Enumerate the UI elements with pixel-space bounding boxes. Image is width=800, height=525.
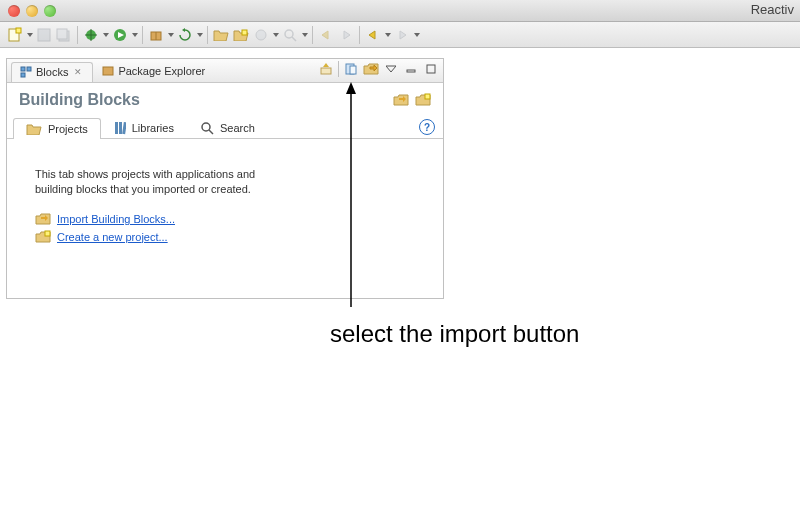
- svg-marker-33: [386, 66, 396, 72]
- svg-rect-1: [16, 28, 21, 33]
- search-dropdown[interactable]: [301, 26, 308, 44]
- svg-line-18: [292, 37, 296, 41]
- minimize-window-button[interactable]: [26, 5, 38, 17]
- open-type-button: [252, 26, 270, 44]
- back-dropdown[interactable]: [384, 26, 391, 44]
- panel-tabbar: Projects Libraries Search ?: [7, 115, 443, 139]
- refresh-button[interactable]: [176, 26, 194, 44]
- svg-rect-26: [103, 67, 113, 75]
- tab-projects[interactable]: Projects: [13, 118, 101, 139]
- toolbar-separator: [359, 26, 360, 44]
- collapse-all-button[interactable]: [318, 61, 334, 77]
- svg-rect-35: [427, 65, 435, 73]
- svg-rect-41: [115, 122, 118, 134]
- next-edit-button: [337, 26, 355, 44]
- svg-marker-12: [182, 28, 185, 32]
- import-link-row: Import Building Blocks...: [35, 212, 415, 226]
- view-actions: [318, 61, 439, 77]
- prev-edit-button: [317, 26, 335, 44]
- panel-header-actions: [393, 92, 431, 108]
- svg-marker-40: [27, 125, 41, 135]
- forward-button: [393, 26, 411, 44]
- window-controls: [8, 5, 56, 17]
- svg-rect-23: [21, 67, 25, 71]
- svg-point-16: [256, 30, 266, 40]
- tab-package-explorer[interactable]: Package Explorer: [93, 61, 214, 81]
- toolbar-separator: [312, 26, 313, 44]
- svg-marker-28: [323, 63, 329, 67]
- svg-rect-39: [425, 94, 430, 99]
- debug-button[interactable]: [82, 26, 100, 44]
- toolbar-separator: [142, 26, 143, 44]
- panel-body: This tab shows projects with application…: [7, 139, 443, 298]
- tab-libraries[interactable]: Libraries: [101, 116, 187, 139]
- svg-line-45: [209, 130, 213, 134]
- toolbar-separator: [77, 26, 78, 44]
- svg-marker-21: [369, 31, 375, 39]
- tab-search[interactable]: Search: [187, 116, 268, 139]
- annotation-text: select the import button: [330, 320, 579, 348]
- svg-rect-43: [122, 122, 126, 134]
- svg-marker-13: [214, 31, 228, 41]
- help-button[interactable]: ?: [419, 119, 435, 135]
- svg-marker-20: [344, 31, 350, 39]
- svg-rect-2: [38, 29, 50, 41]
- run-button[interactable]: [111, 26, 129, 44]
- new-project-icon[interactable]: [415, 92, 431, 108]
- create-link-icon: [35, 230, 51, 244]
- libraries-icon: [114, 121, 126, 135]
- import-blocks-icon[interactable]: [393, 92, 409, 108]
- svg-rect-49: [45, 231, 50, 236]
- tab-search-label: Search: [220, 122, 255, 134]
- svg-rect-24: [27, 67, 31, 71]
- debug-dropdown[interactable]: [102, 26, 109, 44]
- new-dropdown[interactable]: [26, 26, 33, 44]
- tab-projects-label: Projects: [48, 123, 88, 135]
- run-dropdown[interactable]: [131, 26, 138, 44]
- toolbar-separator: [207, 26, 208, 44]
- close-tab-button[interactable]: ✕: [72, 66, 84, 78]
- svg-rect-27: [321, 68, 331, 74]
- tab-blocks-label: Blocks: [36, 66, 68, 78]
- svg-point-44: [202, 123, 210, 131]
- window-title: Reactiv: [751, 2, 794, 17]
- package-explorer-icon: [102, 65, 114, 77]
- svg-marker-22: [400, 31, 406, 39]
- close-window-button[interactable]: [8, 5, 20, 17]
- panel-description: This tab shows projects with application…: [35, 167, 295, 198]
- new-resource-button[interactable]: [6, 26, 24, 44]
- open-folder-button[interactable]: [232, 26, 250, 44]
- panel-links: Import Building Blocks... Create a new p…: [35, 212, 415, 244]
- save-button: [35, 26, 53, 44]
- panel-title: Building Blocks: [19, 91, 393, 109]
- svg-rect-34: [407, 70, 415, 72]
- open-type-dropdown[interactable]: [272, 26, 279, 44]
- maximize-view-button[interactable]: [423, 61, 439, 77]
- folder-open-icon: [26, 123, 42, 135]
- main-toolbar: [0, 22, 800, 48]
- refresh-dropdown[interactable]: [196, 26, 203, 44]
- svg-rect-15: [242, 30, 247, 35]
- forward-dropdown[interactable]: [413, 26, 420, 44]
- save-all-button: [55, 26, 73, 44]
- zoom-window-button[interactable]: [44, 5, 56, 17]
- view-menu-button[interactable]: [383, 61, 399, 77]
- create-project-link[interactable]: Create a new project...: [57, 231, 168, 243]
- import-button[interactable]: [363, 61, 379, 77]
- svg-rect-30: [350, 66, 356, 74]
- minimize-view-button[interactable]: [403, 61, 419, 77]
- import-blocks-link[interactable]: Import Building Blocks...: [57, 213, 175, 225]
- back-button[interactable]: [364, 26, 382, 44]
- new-package-dropdown[interactable]: [167, 26, 174, 44]
- search-icon: [200, 121, 214, 135]
- panel-header: Building Blocks: [7, 83, 443, 115]
- view-tabbar: Blocks ✕ Package Explorer: [7, 59, 443, 83]
- new-package-button[interactable]: [147, 26, 165, 44]
- open-project-button[interactable]: [212, 26, 230, 44]
- window-titlebar: Reactiv: [0, 0, 800, 22]
- link-editor-button[interactable]: [343, 61, 359, 77]
- svg-marker-19: [322, 31, 328, 39]
- search-toolbar-button: [281, 26, 299, 44]
- tab-blocks[interactable]: Blocks ✕: [11, 62, 93, 82]
- view-separator: [338, 61, 339, 77]
